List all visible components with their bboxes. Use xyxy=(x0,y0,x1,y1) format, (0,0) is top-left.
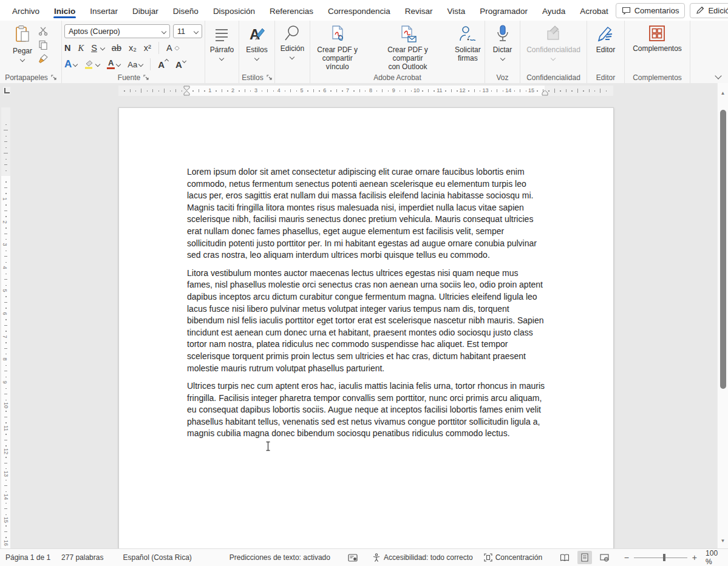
print-layout-button[interactable] xyxy=(577,551,593,564)
font-name-select[interactable]: Aptos (Cuerpo) xyxy=(64,24,170,38)
indent-marker-left[interactable] xyxy=(183,86,191,96)
menu-tab-inicio[interactable]: Inicio xyxy=(47,1,83,20)
dictate-button[interactable]: Dictar xyxy=(493,21,512,60)
font-color-button[interactable]: A xyxy=(107,59,120,70)
menu-tab-archivo[interactable]: Archivo xyxy=(5,1,47,20)
shrink-font-button[interactable]: A xyxy=(175,59,186,70)
dialog-launcher-icon[interactable] xyxy=(267,75,272,80)
ruler-tick xyxy=(245,89,245,92)
menu-tab-correspondencia[interactable]: Correspondencia xyxy=(321,1,398,20)
menu-tab-dibujar[interactable]: Dibujar xyxy=(125,1,166,20)
text-predictions[interactable]: Predicciones de texto: activado xyxy=(224,553,363,562)
ruler-tick xyxy=(216,90,217,92)
copy-icon xyxy=(38,40,48,50)
focus-mode-button[interactable]: Concentración xyxy=(478,553,548,562)
create-pdf-share-outlook-button[interactable]: Crear PDF y compartir con Outlook xyxy=(373,21,442,71)
bold-button[interactable]: N xyxy=(64,43,70,53)
accessibility-icon xyxy=(372,553,381,562)
cut-button[interactable] xyxy=(38,27,49,36)
text-effects-button[interactable]: A xyxy=(64,58,77,70)
subscript-button[interactable]: x₂ xyxy=(129,43,137,53)
comments-button[interactable]: Comentarios xyxy=(616,3,685,18)
grow-font-button[interactable]: A xyxy=(158,59,168,70)
editing-mode-button[interactable]: Edición xyxy=(690,3,728,18)
highlight-button[interactable] xyxy=(84,59,100,69)
font-group: Aptos (Cuerpo) 11 N K S ab xyxy=(62,21,205,83)
font-color-label: A xyxy=(108,59,114,67)
accessibility-status[interactable]: Accesibilidad: todo correcto xyxy=(367,553,478,562)
menu-tab-insertar[interactable]: Insertar xyxy=(83,1,125,20)
paragraph[interactable]: Lorem ipsum dolor sit amet consectetur a… xyxy=(187,166,545,261)
strikethrough-button[interactable]: ab xyxy=(112,43,121,53)
copy-button[interactable] xyxy=(38,40,49,50)
scroll-up-arrow[interactable]: ▲ xyxy=(718,88,728,98)
underline-button[interactable]: S xyxy=(91,43,97,53)
ruler-tick xyxy=(5,388,7,389)
document-text[interactable]: Lorem ipsum dolor sit amet consectetur a… xyxy=(187,166,545,446)
menu-tab-diseño[interactable]: Diseño xyxy=(166,1,206,20)
menu-tab-revisar[interactable]: Revisar xyxy=(398,1,440,20)
styles-button[interactable]: A Estilos xyxy=(246,21,267,60)
italic-button[interactable]: K xyxy=(78,43,84,53)
dialog-launcher-icon[interactable] xyxy=(143,75,149,80)
paragraph[interactable]: Ultrices turpis nec cum aptent eros hac,… xyxy=(187,380,545,440)
editing-button[interactable]: Edición xyxy=(281,21,304,59)
clear-formatting-button[interactable]: A xyxy=(166,43,180,53)
editor-group-label: Editor xyxy=(596,73,615,82)
menu-tab-acrobat[interactable]: Acrobat xyxy=(573,1,616,20)
scroll-down-arrow[interactable]: ▼ xyxy=(718,536,728,545)
ruler-tick xyxy=(5,331,7,332)
font-size-select[interactable]: 11 xyxy=(173,24,202,38)
ruler-tick xyxy=(5,170,7,172)
language-indicator[interactable]: Español (Costa Rica) xyxy=(117,553,197,562)
ruler-tick xyxy=(577,89,578,93)
menu-tab-referencias[interactable]: Referencias xyxy=(262,1,321,20)
collapse-ribbon-chevron[interactable] xyxy=(715,72,721,79)
addins-button[interactable]: Complementos xyxy=(633,21,682,53)
horizontal-ruler[interactable]: 123456789101112131415 xyxy=(118,86,613,96)
hruler-number: 8 xyxy=(369,87,372,93)
vertical-scrollbar[interactable]: ▲ ▼ xyxy=(717,83,728,549)
document-page[interactable]: Lorem ipsum dolor sit amet consectetur a… xyxy=(118,107,614,549)
word-count[interactable]: 277 palabras xyxy=(56,553,109,562)
confidentiality-button[interactable]: Confidencialidad xyxy=(526,21,580,60)
zoom-slider[interactable] xyxy=(634,558,687,558)
vertical-ruler[interactable]: 12345678910111213141516 xyxy=(1,107,10,549)
editor-button[interactable]: Editor xyxy=(596,21,615,54)
underline-options-chevron[interactable] xyxy=(100,45,105,50)
create-pdf-share-link-button[interactable]: Crear PDF y compartir vínculo xyxy=(310,21,364,71)
read-mode-button[interactable] xyxy=(557,551,573,564)
menu-tab-programador[interactable]: Programador xyxy=(472,1,535,20)
paragraph-button[interactable]: Párrafo xyxy=(210,21,234,60)
ruler-tick xyxy=(5,503,7,504)
superscript-button[interactable]: x² xyxy=(144,43,151,53)
clear-formatting-label: A xyxy=(166,43,172,53)
hruler-number: 1 xyxy=(208,87,211,93)
dialog-launcher-icon[interactable] xyxy=(51,75,56,80)
signature-person-icon xyxy=(458,25,477,43)
predictions-icon xyxy=(348,554,358,562)
scrollbar-thumb[interactable] xyxy=(720,110,726,389)
menu-tab-vista[interactable]: Vista xyxy=(440,1,473,20)
paragraph[interactable]: Litora vestibulum montes auctor maecenas… xyxy=(187,268,545,374)
ruler-tick xyxy=(182,90,183,92)
tab-selector[interactable] xyxy=(3,87,10,95)
paste-button[interactable]: Pegar xyxy=(13,21,32,61)
format-painter-button[interactable] xyxy=(38,54,49,64)
menu-tab-ayuda[interactable]: Ayuda xyxy=(535,1,573,20)
zoom-out-button[interactable]: − xyxy=(624,553,629,562)
scissors-icon xyxy=(38,27,48,36)
document-canvas[interactable]: 123456789101112131415 123456789101112131… xyxy=(0,83,718,549)
web-layout-button[interactable] xyxy=(597,551,612,564)
menu-tab-disposición[interactable]: Disposición xyxy=(206,1,262,20)
chevron-down-icon xyxy=(20,57,25,62)
zoom-level[interactable]: 100 % xyxy=(706,549,724,566)
page-indicator[interactable]: Página 1 de 1 xyxy=(0,553,56,562)
chevron-down-icon xyxy=(551,56,556,61)
language-label: Español (Costa Rica) xyxy=(123,553,191,562)
request-signatures-button[interactable]: Solicitar firmas xyxy=(451,21,485,62)
zoom-slider-thumb[interactable] xyxy=(663,554,665,561)
text-cursor xyxy=(265,441,271,451)
zoom-in-button[interactable]: + xyxy=(692,553,697,562)
change-case-button[interactable]: Aa xyxy=(128,60,143,69)
